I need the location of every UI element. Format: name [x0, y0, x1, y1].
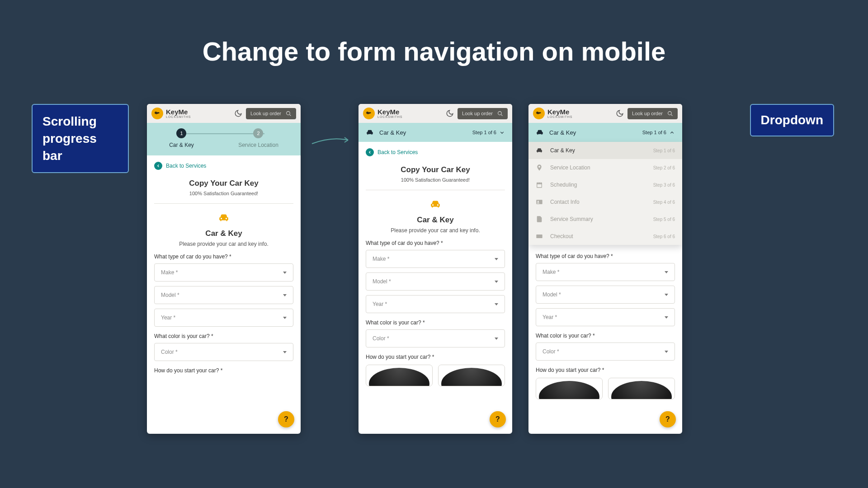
start-option-card[interactable] [536, 378, 603, 399]
app-header: KeyMe LOCKSMITHS Look up order [147, 104, 301, 123]
step-label: Car & Key [169, 142, 194, 148]
label-car-type: What type of car do you have? * [366, 240, 505, 246]
progress-step-text: Step 1 of 6 [642, 130, 666, 135]
key-icon [363, 108, 375, 119]
document-icon [536, 216, 543, 223]
model-select[interactable]: Model * [154, 286, 293, 304]
step-number: 2 [253, 128, 263, 138]
dropdown-item-scheduling[interactable]: Scheduling Step 3 of 6 [528, 176, 682, 193]
label-car-start: How do you start your car? * [366, 354, 505, 360]
dropdown-item-checkout[interactable]: Checkout Step 6 of 6 [528, 228, 682, 245]
caret-down-icon [495, 281, 498, 283]
start-option-card[interactable] [438, 365, 505, 386]
page-title: Copy Your Car Key [154, 179, 293, 188]
make-select[interactable]: Make * [536, 263, 675, 281]
dropdown-item-service-location[interactable]: Service Location Step 2 of 6 [528, 159, 682, 176]
logo[interactable]: KeyMe LOCKSMITHS [363, 108, 442, 119]
step-label: Service Location [238, 142, 278, 148]
progress-step-2[interactable]: 2 Service Location [238, 128, 278, 148]
svg-point-0 [287, 111, 290, 115]
car-icon [366, 128, 374, 136]
progress-dropdown-toggle[interactable]: Car & Key Step 1 of 6 [359, 123, 512, 142]
caret-down-icon [283, 351, 287, 353]
back-to-services-link[interactable]: Back to Services [154, 155, 293, 176]
lookup-order-input[interactable]: Look up order [458, 108, 508, 119]
logo-sub: LOCKSMITHS [166, 115, 191, 118]
svg-point-2 [668, 111, 672, 115]
section-subtitle: Please provide your car and key info. [154, 241, 293, 247]
year-select[interactable]: Year * [366, 295, 505, 313]
color-select[interactable]: Color * [366, 329, 505, 347]
car-icon [536, 147, 543, 154]
color-select[interactable]: Color * [154, 343, 293, 361]
logo[interactable]: KeyMe LOCKSMITHS [151, 108, 231, 119]
start-option-card[interactable] [608, 378, 675, 399]
app-header: KeyMe LOCKSMITHS Look up order [528, 104, 682, 123]
dropdown-item-car-key[interactable]: Car & Key Step 1 of 6 [528, 142, 682, 159]
dropdown-item-contact-info[interactable]: Contact Info Step 4 of 6 [528, 193, 682, 211]
search-icon [497, 111, 503, 117]
section-title: Car & Key [154, 229, 293, 238]
contact-icon [536, 198, 543, 206]
make-select[interactable]: Make * [366, 250, 505, 268]
svg-point-1 [498, 111, 502, 115]
progress-bar: 1 Car & Key 2 Service Location [147, 123, 301, 155]
year-select[interactable]: Year * [154, 309, 293, 327]
chevron-up-icon [669, 130, 675, 136]
moon-icon[interactable] [446, 109, 454, 117]
model-select[interactable]: Model * [536, 286, 675, 304]
progress-step-1[interactable]: 1 Car & Key [169, 128, 194, 148]
logo[interactable]: KeyMe LOCKSMITHS [533, 108, 612, 119]
year-select[interactable]: Year * [536, 308, 675, 326]
start-option-card[interactable] [366, 365, 433, 386]
caret-down-icon [665, 316, 668, 319]
arrow-left-icon [154, 162, 162, 170]
phone-before: KeyMe LOCKSMITHS Look up order 1 Car & K… [147, 104, 301, 434]
caret-down-icon [665, 294, 668, 296]
moon-icon[interactable] [234, 109, 242, 117]
model-select[interactable]: Model * [366, 272, 505, 291]
make-select[interactable]: Make * [154, 263, 293, 282]
label-car-type: What type of car do you have? * [536, 253, 675, 259]
car-icon [536, 128, 544, 136]
progress-title: Car & Key [379, 129, 467, 136]
page-subtitle: 100% Satisfaction Guaranteed! [366, 177, 505, 190]
progress-step-text: Step 1 of 6 [472, 130, 496, 135]
lookup-order-input[interactable]: Look up order [246, 108, 296, 119]
label-car-start: How do you start your car? * [154, 367, 293, 374]
slide-title: Change to form navigation on mobile [0, 36, 868, 66]
section-title: Car & Key [366, 216, 505, 225]
phone-after-collapsed: KeyMe LOCKSMITHS Look up order Car & Key… [359, 104, 512, 434]
callout-scrolling-progress: Scrolling progress bar [32, 104, 129, 173]
app-header: KeyMe LOCKSMITHS Look up order [359, 104, 512, 123]
color-select[interactable]: Color * [536, 343, 675, 361]
page-subtitle: 100% Satisfaction Guaranteed! [154, 191, 293, 204]
moon-icon[interactable] [616, 109, 624, 117]
progress-dropdown-menu: Car & Key Step 1 of 6 Service Location S… [528, 142, 682, 245]
lookup-order-input[interactable]: Look up order [627, 108, 678, 119]
car-icon [154, 212, 293, 225]
back-link-text: Back to Services [166, 163, 206, 169]
card-icon [536, 233, 543, 240]
arrow-icon [311, 136, 352, 145]
caret-down-icon [495, 303, 498, 305]
caret-down-icon [283, 317, 287, 319]
label-car-color: What color is your car? * [366, 319, 505, 326]
search-icon [667, 111, 673, 117]
chevron-down-icon [499, 130, 505, 136]
phone-after-expanded: KeyMe LOCKSMITHS Look up order Car & Key… [528, 104, 682, 434]
help-button[interactable]: ? [660, 411, 676, 427]
label-car-color: What color is your car? * [154, 333, 293, 339]
label-car-start: How do you start your car? * [536, 367, 675, 373]
caret-down-icon [495, 338, 498, 340]
dropdown-item-service-summary[interactable]: Service Summary Step 5 of 6 [528, 211, 682, 228]
page-title: Copy Your Car Key [366, 165, 505, 174]
progress-dropdown-toggle[interactable]: Car & Key Step 1 of 6 [528, 123, 682, 142]
key-icon [533, 108, 545, 119]
arrow-left-icon [366, 148, 374, 156]
help-button[interactable]: ? [490, 411, 506, 427]
caret-down-icon [665, 271, 668, 273]
help-button[interactable]: ? [278, 411, 294, 427]
back-to-services-link[interactable]: Back to Services [366, 142, 505, 163]
caret-down-icon [283, 272, 287, 274]
